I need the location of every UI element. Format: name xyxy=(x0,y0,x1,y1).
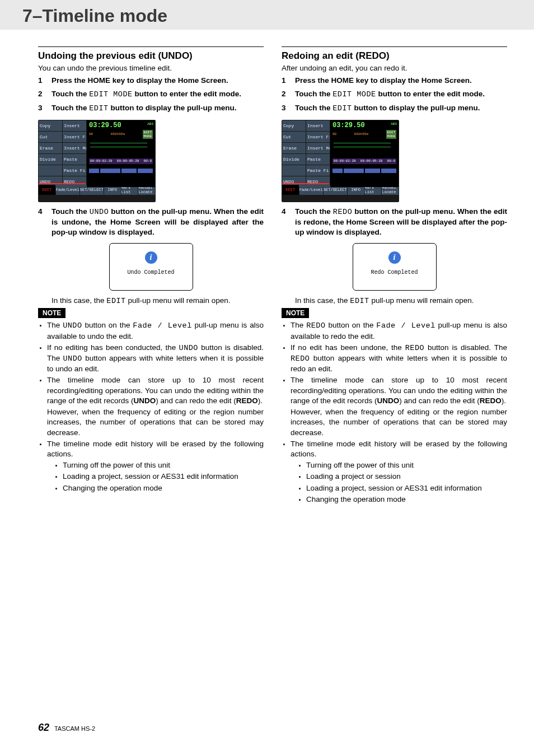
device-screenshot-undo: Copy Insert 03:29.50 ABS SD002h55mEDITMO… xyxy=(38,120,264,202)
popup-undo: i Undo Completed xyxy=(109,243,193,291)
step-2: Touch the EDIT MODE button to enter the … xyxy=(282,89,507,100)
product-name: TASCAM HS-2 xyxy=(54,725,95,732)
popup-message: Undo Completed xyxy=(114,269,188,276)
step-4: Touch the REDO button on the pull-up men… xyxy=(282,207,507,238)
note-3: The timeline mode can store up to 10 mos… xyxy=(38,375,264,437)
menu-copy: Copy xyxy=(39,120,62,131)
sub-1: Turning off the power of this unit xyxy=(55,460,264,470)
notes-undo: The UNDO button on the Fade / Level pull… xyxy=(38,320,264,493)
menu-paste-file: Paste File xyxy=(63,165,86,176)
intro-undo: You can undo the previous timeline edit. xyxy=(38,64,264,72)
info-icon: i xyxy=(388,251,401,264)
device-main-panel: 03:29.50 ABS SD002h55mEDITMODE 00:00:02:… xyxy=(87,120,155,187)
menu-divide: Divide xyxy=(39,154,62,165)
sub-1: Turning off the power of this unit xyxy=(298,460,507,470)
after-popup-undo: In this case, the EDIT pull-up menu will… xyxy=(38,296,264,305)
notes-redo: The REDO button on the Fade / Level pull… xyxy=(282,320,507,505)
menu-blank xyxy=(39,165,62,176)
step-3: Touch the EDIT button to display the pul… xyxy=(282,103,507,114)
left-column: Undoing the previous edit (UNDO) You can… xyxy=(38,46,264,506)
steps-redo: Press the HOME key to display the Home S… xyxy=(282,76,507,114)
note-4: The timeline mode edit history will be e… xyxy=(38,439,264,493)
step-3: Touch the EDIT button to display the pul… xyxy=(38,103,264,114)
sub-2: Loading a project or session xyxy=(298,472,507,482)
step-2: Touch the EDIT MODE button to enter the … xyxy=(38,89,264,100)
info-icon: i xyxy=(145,251,157,264)
note-2: If no edit has been undone, the REDO but… xyxy=(282,343,507,375)
step-1: Press the HOME key to display the Home S… xyxy=(38,76,264,86)
note-1: The REDO button on the Fade / Level pull… xyxy=(282,320,507,341)
after-popup-redo: In this case, the EDIT pull-up menu will… xyxy=(282,296,507,305)
bottom-edit: EDIT xyxy=(39,185,55,195)
chapter-title: 7–Timeline mode xyxy=(22,6,534,26)
note-4: The timeline mode edit history will be e… xyxy=(282,439,507,505)
steps-undo-2: Touch the UNDO button on the pull-up men… xyxy=(38,207,264,238)
intro-redo: After undoing an edit, you can redo it. xyxy=(282,64,507,72)
bottom-fade: Fade/Level xyxy=(56,185,79,195)
page-number: 62 xyxy=(38,722,49,733)
menu-paste: Paste xyxy=(63,154,86,165)
menu-erase: Erase xyxy=(39,143,62,153)
step-4: Touch the UNDO button on the pull-up men… xyxy=(38,207,264,238)
sub-actions-redo: Turning off the power of this unit Loadi… xyxy=(291,460,507,505)
popup-message: Redo Completed xyxy=(358,269,432,276)
note-3: The timeline mode can store up to 10 mos… xyxy=(282,375,507,437)
sub-3: Loading a project, session or AES31 edit… xyxy=(298,483,507,493)
menu-insert-mute: Insert Mute xyxy=(63,143,86,153)
section-rule xyxy=(282,46,507,47)
step-1: Press the HOME key to display the Home S… xyxy=(282,76,507,86)
footer: 62 TASCAM HS-2 xyxy=(38,722,95,734)
note-badge: NOTE xyxy=(282,308,309,318)
sub-4: Changing the operation mode xyxy=(298,494,507,505)
steps-undo: Press the HOME key to display the Home S… xyxy=(38,76,264,114)
section-title-undo: Undoing the previous edit (UNDO) xyxy=(38,50,264,62)
sub-3: Changing the operation mode xyxy=(55,483,264,493)
right-column: Redoing an edit (REDO) After undoing an … xyxy=(282,46,507,506)
popup-redo: i Redo Completed xyxy=(353,243,437,291)
device-screenshot-redo: Copy Insert 03:29.50 ABS SD002h55mEDITMO… xyxy=(282,120,507,202)
section-title-redo: Redoing an edit (REDO) xyxy=(282,50,507,62)
sub-actions-undo: Turning off the power of this unit Loadi… xyxy=(47,460,264,493)
note-2: If no editing has been conducted, the UN… xyxy=(38,343,264,375)
steps-redo-2: Touch the REDO button on the pull-up men… xyxy=(282,207,507,238)
menu-insert-file: Insert File xyxy=(63,132,86,142)
section-rule xyxy=(38,46,264,47)
note-1: The UNDO button on the Fade / Level pull… xyxy=(38,320,264,341)
menu-cut: Cut xyxy=(39,132,62,142)
sub-2: Loading a project, session or AES31 edit… xyxy=(55,472,264,482)
note-badge: NOTE xyxy=(38,308,65,318)
menu-insert: Insert xyxy=(63,120,86,131)
